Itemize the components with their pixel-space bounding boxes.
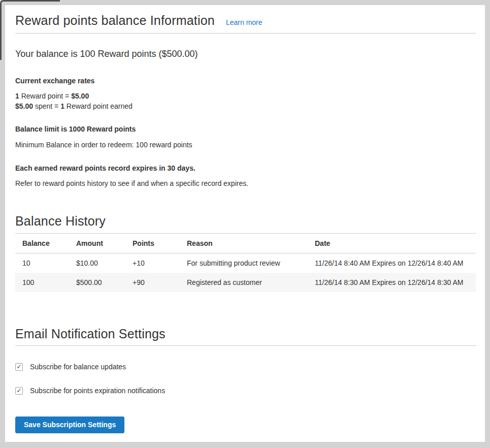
column-header-points: Points (125, 234, 180, 253)
exchange-rate-line-2: $5.00 spent = 1 Reward point earned (15, 101, 476, 111)
cell-date: 11/26/14 8:30 AM Expires on 12/26/14 8:3… (308, 273, 476, 292)
points-expiration-checkbox[interactable]: ✓ (15, 387, 23, 395)
table-header-row: Balance Amount Points Reason Date (15, 234, 476, 253)
learn-more-link[interactable]: Learn more (226, 18, 263, 26)
earn-rate-tail: Reward point earned (64, 102, 133, 110)
earn-rate-points: 1 (60, 102, 64, 110)
earn-rate-value: $5.00 (15, 102, 33, 110)
check-icon: ✓ (16, 364, 21, 370)
balance-summary: Your balance is 100 Reward points ($500.… (15, 48, 476, 60)
balance-limit-heading: Balance limit is 1000 Reward points (15, 124, 476, 134)
cell-points: +10 (125, 253, 180, 273)
exchange-rate-value: $5.00 (71, 92, 89, 100)
expiration-heading: Each earned reward points record expires… (15, 164, 476, 173)
exchange-rates-lines: 1 Reward point = $5.00 $5.00 spent = 1 R… (15, 91, 476, 111)
save-subscription-settings-button[interactable]: Save Subscription Settings (15, 417, 124, 433)
cell-reason: For submitting product review (180, 253, 308, 273)
table-row: 10 $10.00 +10 For submitting product rev… (15, 253, 476, 273)
balance-history-title: Balance History (15, 213, 476, 229)
exchange-rate-points: 1 (15, 92, 19, 100)
column-header-date: Date (308, 234, 476, 253)
cell-amount: $500.00 (69, 273, 125, 292)
exchange-rate-line-1: 1 Reward point = $5.00 (15, 91, 476, 101)
cell-balance: 100 (15, 273, 69, 292)
cell-balance: 10 (15, 253, 69, 273)
check-icon: ✓ (16, 388, 21, 394)
expiration-note: Refer to reward points history to see if… (15, 178, 476, 188)
minimum-balance-note: Minimum Balance in order to redeem: 100 … (15, 140, 476, 150)
balance-history-table: Balance Amount Points Reason Date 10 $10… (15, 233, 476, 292)
balance-updates-checkbox[interactable]: ✓ (15, 363, 23, 371)
balance-updates-label[interactable]: Subscribe for balance updates (30, 363, 126, 371)
email-notification-settings-title: Email Notification Settings (15, 326, 476, 342)
page-title: Reward points balance Information (15, 12, 215, 28)
earn-rate-text: spent = (33, 102, 60, 110)
cell-reason: Registered as customer (180, 273, 308, 292)
notification-divider (15, 345, 476, 346)
exchange-rates-heading: Current exchange rates (15, 76, 476, 86)
exchange-rate-text: Reward point = (19, 92, 71, 100)
column-header-amount: Amount (69, 234, 125, 253)
page-header: Reward points balance Information Learn … (15, 12, 476, 28)
column-header-balance: Balance (15, 234, 69, 253)
table-row: 100 $500.00 +90 Registered as customer 1… (15, 273, 476, 292)
cell-amount: $10.00 (69, 253, 125, 273)
points-expiration-label[interactable]: Subscribe for points expiration notifica… (30, 387, 165, 395)
column-header-reason: Reason (180, 234, 308, 253)
header-divider (15, 33, 476, 34)
cell-date: 11/26/14 8:40 AM Expires on 12/26/14 8:4… (308, 253, 476, 273)
points-expiration-option[interactable]: ✓ Subscribe for points expiration notifi… (15, 387, 476, 395)
reward-points-page: Reward points balance Information Learn … (5, 5, 485, 442)
balance-updates-option[interactable]: ✓ Subscribe for balance updates (15, 363, 476, 371)
cell-points: +90 (125, 273, 180, 292)
